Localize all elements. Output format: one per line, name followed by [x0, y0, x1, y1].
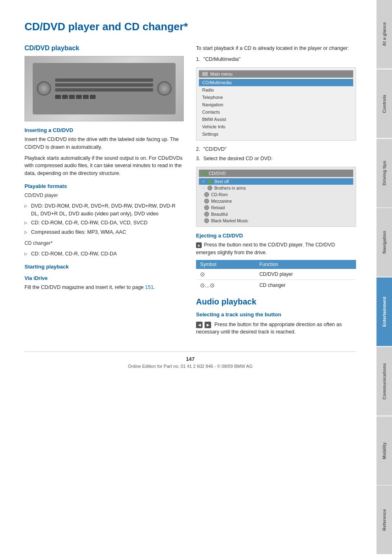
- step-2: 2. "CD/DVD": [196, 145, 356, 153]
- page-title: CD/DVD player and CD changer*: [24, 20, 356, 33]
- ejecting-text: ▲ Press the button next to the CD/DVD pl…: [196, 241, 356, 257]
- menu-item-contacts: Contacts: [199, 108, 353, 116]
- cd-dvd-screenshot: CD/DVD ✓ Best off ✓ Brothers in arms: [196, 167, 356, 227]
- via-idrive-text: Fill the CD/DVD magazine and insert it, …: [24, 284, 184, 291]
- dash-slot-2: [55, 83, 153, 87]
- via-idrive-heading: Via iDrive: [24, 275, 184, 281]
- dash-slot-3: [55, 88, 153, 92]
- dvd-item: DVD: DVD-ROM, DVD-R, DVD+R, DVD-RW, DVD+…: [24, 202, 184, 218]
- next-track-icon: ▶: [205, 322, 211, 328]
- sidebar-tab-navigation[interactable]: Navigation: [376, 208, 392, 277]
- cd-dot-2: [207, 186, 212, 190]
- menu-item-settings: Settings: [199, 130, 353, 138]
- cd-slot: [55, 78, 153, 82]
- cd-changer-item: CD: CD-ROM, CD-R, CD-RW, CD-DA: [24, 250, 184, 258]
- audio-playback-section: Audio playback Selecting a track using t…: [196, 297, 356, 336]
- sidebar-tab-mobility[interactable]: Mobility: [376, 416, 392, 485]
- compressed-item: Compressed audio files: MP3, WMA, AAC: [24, 228, 184, 236]
- page-footer: 147 Online Edition for Part no. 01 41 2 …: [24, 351, 356, 369]
- dash-btn-2: [62, 95, 68, 99]
- cd-item-reload: Reload: [199, 204, 353, 211]
- cd-item-cdrom: CD-Rom: [199, 191, 353, 198]
- selecting-track-text: ◀ ▶ Press the button for the appropriate…: [196, 321, 356, 336]
- table-row-cd-dvd-player: ⊙ CD/DVD player: [196, 269, 356, 280]
- start-playback-text: To start playback if a CD is already loc…: [196, 45, 356, 52]
- page-wrapper: CD/DVD player and CD changer* CD/DVD pla…: [0, 0, 392, 555]
- page-link-151[interactable]: 151: [145, 284, 154, 290]
- sidebar-tabs: At a glance Controls Driving tips Naviga…: [376, 0, 392, 555]
- cd-icon: [202, 171, 207, 176]
- left-column: CD/DVD playback: [24, 45, 184, 339]
- right-column: To start playback if a CD is already loc…: [196, 45, 356, 339]
- function-cd-dvd: CD/DVD player: [255, 269, 356, 280]
- cd-dot-4: [204, 199, 209, 204]
- menu-item-radio: Radio: [199, 86, 353, 94]
- function-cd-changer: CD changer: [255, 280, 356, 291]
- cd-dvd-playback-heading: CD/DVD playback: [24, 45, 184, 52]
- cd-title-bar: CD/DVD: [199, 170, 353, 177]
- cd-item-best-off: ✓ Best off: [199, 178, 353, 185]
- sidebar-tab-entertainment[interactable]: Entertainment: [376, 278, 392, 346]
- playable-formats-heading: Playable formats: [24, 183, 184, 189]
- table-row-cd-changer: ⊙...⊙ CD changer: [196, 280, 356, 291]
- cd-dot-7: [204, 218, 209, 223]
- menu-item-cd-multimedia: CD/Multimedia: [199, 79, 353, 86]
- cd-dvd-player-label: CD/DVD player: [24, 192, 184, 199]
- dash-btn-6: [90, 95, 96, 99]
- inserting-heading: Inserting a CD/DVD: [24, 127, 184, 133]
- dash-knob-left: [37, 81, 51, 96]
- sidebar-tab-controls[interactable]: Controls: [376, 69, 392, 138]
- cd-item-brothers: ✓ Brothers in arms: [199, 185, 353, 191]
- eject-icon: ▲: [196, 242, 202, 248]
- cd-item-beautiful: Beautiful: [199, 211, 353, 217]
- dvd-formats-list: DVD: DVD-ROM, DVD-R, DVD+R, DVD-RW, DVD+…: [24, 202, 184, 236]
- main-content: CD/DVD player and CD changer* CD/DVD pla…: [0, 0, 376, 555]
- menu-item-navigation: Navigation: [199, 101, 353, 108]
- function-col-header: Function: [255, 260, 356, 269]
- audio-playback-heading: Audio playback: [196, 297, 356, 307]
- dash-btn-5: [83, 95, 89, 99]
- two-col-layout: CD/DVD playback: [24, 45, 356, 339]
- symbol-cd-dvd: ⊙: [196, 269, 255, 280]
- dash-knob-right: [157, 81, 172, 96]
- dashboard-image: [24, 56, 184, 121]
- menu-icon: [202, 72, 208, 76]
- steps-2-3: 2. "CD/DVD" 3. Select the desired CD or …: [196, 145, 356, 163]
- prev-track-icon: ◀: [196, 322, 203, 328]
- symbol-table: Symbol Function ⊙ CD/DVD player ⊙...⊙ CD…: [196, 260, 356, 291]
- symbol-col-header: Symbol: [196, 260, 255, 269]
- starting-playback-heading: Starting playback: [24, 264, 184, 270]
- menu-title-bar: Main menu: [199, 70, 353, 78]
- steps-list: 1. "CD/Multimedia": [196, 56, 356, 63]
- dash-buttons: [55, 95, 153, 99]
- cd-dot-6: [204, 212, 209, 217]
- step-1: 1. "CD/Multimedia": [196, 56, 356, 63]
- cd-item-mezzanine: Mezzanine: [199, 198, 353, 204]
- cd-item-black-market: Black Market Music: [199, 217, 353, 224]
- selecting-track-heading: Selecting a track using the button: [196, 311, 356, 318]
- cd-dot-1: [207, 179, 212, 184]
- cd-item: CD: CD-ROM, CD-R, CD-RW, CD-DA, VCD, SVC…: [24, 219, 184, 227]
- page-number: 147: [24, 356, 356, 362]
- cd-changer-label: CD changer*: [24, 239, 184, 247]
- menu-item-telephone: Telephone: [199, 94, 353, 101]
- cd-changer-list: CD: CD-ROM, CD-R, CD-RW, CD-DA: [24, 250, 184, 258]
- footer-text: Online Edition for Part no. 01 41 2 602 …: [128, 364, 252, 369]
- dash-btn-4: [76, 95, 82, 99]
- ejecting-heading: Ejecting a CD/DVD: [196, 233, 356, 239]
- sidebar-tab-at-a-glance[interactable]: At a glance: [376, 0, 392, 69]
- sidebar-tab-reference[interactable]: Reference: [376, 486, 392, 554]
- step-3: 3. Select the desired CD or DVD:: [196, 155, 356, 163]
- menu-item-vehicle-info: Vehicle Info: [199, 123, 353, 130]
- inserting-text-1: Insert the CD/DVD into the drive with th…: [24, 136, 184, 151]
- sidebar-tab-driving-tips[interactable]: Driving tips: [376, 139, 392, 208]
- inserting-text-2: Playback starts automatically if the sou…: [24, 154, 184, 177]
- cd-dot-3: [204, 192, 209, 197]
- dash-btn-3: [69, 95, 75, 99]
- sidebar-tab-communications[interactable]: Communications: [376, 347, 392, 416]
- main-menu-screenshot: Main menu CD/Multimedia Radio Telephone …: [196, 67, 356, 141]
- dash-center: [55, 78, 153, 99]
- cd-dot-5: [204, 205, 209, 210]
- menu-item-bmw-assist: BMW Assist: [199, 116, 353, 123]
- dash-btn-1: [55, 95, 61, 99]
